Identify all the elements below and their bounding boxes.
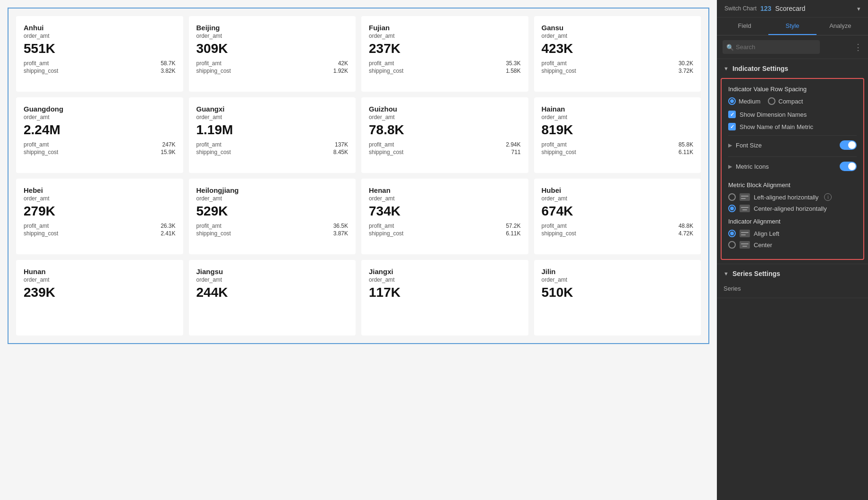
card-sub-label: shipping_cost [542, 68, 576, 74]
card-sub-row: shipping_cost 711 [369, 149, 521, 155]
section-chevron-icon: ▼ [723, 66, 729, 71]
search-wrap: 🔍 [723, 40, 851, 54]
search-input[interactable] [723, 40, 820, 54]
card-main-value: 237K [369, 41, 521, 56]
card-sub-label: shipping_cost [196, 230, 231, 237]
card-hunan: Hunan order_amt 239K [16, 260, 183, 336]
card-sub-row: profit_amt 2.94K [369, 141, 521, 148]
radio-compact[interactable]: Compact [768, 97, 803, 105]
show-dimension-names-row[interactable]: ✓ Show Dimension Names [728, 111, 857, 118]
alignment-center-option[interactable]: Center-aligned horizontally [728, 205, 857, 212]
card-sub-label: shipping_cost [196, 149, 231, 155]
card-beijing: Beijing order_amt 309K profit_amt 42K sh… [189, 16, 356, 92]
radio-compact-circle [768, 97, 775, 105]
card-henan: Henan order_amt 734K profit_amt 57.2K sh… [361, 179, 528, 254]
card-sub-value: 8.45K [333, 149, 348, 155]
radio-medium-circle [728, 97, 736, 105]
indicator-settings-header[interactable]: ▼ Indicator Settings [717, 59, 868, 78]
card-metric-label: order_amt [369, 195, 521, 202]
card-sub-row: shipping_cost 3.87K [196, 230, 349, 237]
card-region: Guizhou [369, 105, 521, 113]
show-dimension-names-checkbox: ✓ [728, 111, 736, 118]
card-sub-value: 42K [338, 60, 348, 67]
card-sub-label: profit_amt [24, 141, 49, 148]
card-sub-value: 2.41K [161, 230, 175, 237]
card-region: Fujian [369, 24, 521, 32]
card-sub-value: 247K [162, 141, 175, 148]
metric-icons-toggle[interactable] [840, 162, 857, 171]
card-region: Hunan [24, 267, 176, 276]
metric-icons-label: Metric Icons [736, 163, 840, 170]
tab-analyze[interactable]: Analyze [817, 17, 864, 35]
card-hubei: Hubei order_amt 674K profit_amt 48.8K sh… [534, 179, 701, 254]
tab-field[interactable]: Field [721, 17, 768, 35]
card-region: Heilongjiang [196, 186, 349, 194]
card-metric-label: order_amt [196, 195, 349, 202]
align-left-icon [740, 193, 750, 201]
chevron-down-icon[interactable]: ▾ [857, 5, 860, 12]
alignment-left-option[interactable]: Left-aligned horizontally i [728, 193, 857, 201]
metric-block-alignment-section: Metric Block Alignment Left-aligned hori… [728, 181, 857, 212]
card-sub-row: shipping_cost 4.72K [542, 230, 694, 237]
card-region: Gansu [542, 24, 694, 32]
indicator-settings-content: Indicator Value Row Spacing Medium Compa… [721, 78, 864, 260]
card-sub-value: 1.92K [333, 68, 348, 74]
radio-compact-label: Compact [778, 98, 803, 105]
indicator-align-left-option[interactable]: Align Left [728, 230, 857, 237]
card-sub-label: profit_amt [542, 223, 567, 229]
card-sub-row: shipping_cost 1.92K [196, 68, 349, 74]
card-sub-value: 3.87K [333, 230, 348, 237]
card-sub-label: shipping_cost [542, 149, 576, 155]
card-gansu: Gansu order_amt 423K profit_amt 30.2K sh… [534, 16, 701, 92]
card-region: Anhui [24, 24, 176, 32]
card-metric-label: order_amt [542, 276, 694, 283]
card-metric-label: order_amt [24, 195, 176, 202]
indicator-align-left-label: Align Left [754, 230, 779, 237]
tab-style[interactable]: Style [768, 17, 816, 35]
font-size-toggle[interactable] [840, 140, 857, 150]
tabs-row: Field Style Analyze [717, 17, 868, 35]
value-row-spacing-title: Indicator Value Row Spacing [728, 86, 857, 93]
show-main-metric-name-row[interactable]: ✓ Show Name of Main Metric [728, 123, 857, 130]
card-main-value: 423K [542, 41, 694, 56]
switch-chart-label: Switch Chart [724, 5, 757, 12]
card-sub-label: profit_amt [369, 141, 394, 148]
card-sub-label: profit_amt [369, 223, 394, 229]
card-jiangxi: Jiangxi order_amt 117K [361, 260, 528, 336]
scorecard-grid: Anhui order_amt 551K profit_amt 58.7K sh… [8, 8, 709, 344]
series-settings-header[interactable]: ▼ Series Settings [717, 264, 868, 283]
series-settings-title: Series Settings [732, 270, 780, 277]
metric-block-alignment-title: Metric Block Alignment [728, 181, 857, 189]
card-main-value: 510K [542, 285, 694, 300]
card-sub-value: 1.58K [506, 68, 520, 74]
card-sub-label: profit_amt [542, 141, 567, 148]
indicator-center-option[interactable]: Center [728, 241, 857, 249]
font-size-row: ▶ Font Size [728, 135, 857, 155]
radio-medium-label: Medium [739, 98, 760, 105]
card-sub-value: 2.94K [506, 141, 520, 148]
more-options-icon[interactable]: ⋮ [854, 42, 862, 52]
radio-medium[interactable]: Medium [728, 97, 760, 105]
series-settings-section: ▼ Series Settings Series [717, 264, 868, 298]
card-sub-label: profit_amt [196, 223, 221, 229]
card-hebei: Hebei order_amt 279K profit_amt 26.3K sh… [16, 179, 183, 254]
card-sub-row: profit_amt 85.8K [542, 141, 694, 148]
metric-icons-row: ▶ Metric Icons [728, 156, 857, 176]
card-main-value: 309K [196, 41, 349, 56]
checkmark-icon-2: ✓ [730, 124, 734, 130]
card-sub-value: 6.11K [506, 230, 520, 237]
card-metric-label: order_amt [542, 114, 694, 121]
search-section: 🔍 ⋮ [717, 35, 868, 59]
indicator-settings-title: Indicator Settings [732, 65, 788, 72]
indicator-settings-section: ▼ Indicator Settings Indicator Value Row… [717, 59, 868, 264]
card-sub-row: shipping_cost 2.41K [24, 230, 176, 237]
card-main-value: 2.24M [24, 122, 176, 138]
card-main-value: 279K [24, 204, 176, 219]
series-label: Series [717, 283, 868, 298]
card-sub-value: 6.11K [679, 149, 693, 155]
card-sub-row: profit_amt 58.7K [24, 60, 176, 67]
indicator-center-radio [728, 241, 736, 249]
indicator-center-label: Center [754, 241, 772, 249]
card-sub-row: profit_amt 57.2K [369, 223, 521, 229]
card-sub-row: profit_amt 36.5K [196, 223, 349, 229]
